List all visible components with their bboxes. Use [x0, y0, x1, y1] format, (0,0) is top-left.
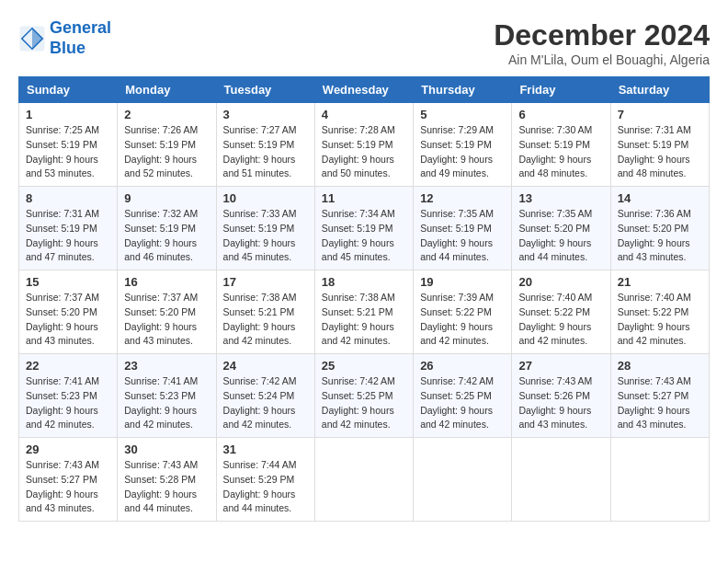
calendar-cell: 3 Sunrise: 7:27 AM Sunset: 5:19 PM Dayli…: [216, 103, 314, 187]
day-info: Sunrise: 7:40 AM Sunset: 5:22 PM Dayligh…: [518, 291, 603, 349]
calendar-cell: [610, 438, 709, 522]
day-info: Sunrise: 7:41 AM Sunset: 5:23 PM Dayligh…: [124, 374, 209, 432]
day-info: Sunrise: 7:29 AM Sunset: 5:19 PM Dayligh…: [420, 123, 505, 181]
day-number: 17: [223, 275, 308, 289]
day-number: 23: [124, 359, 209, 373]
day-info: Sunrise: 7:35 AM Sunset: 5:20 PM Dayligh…: [518, 207, 603, 265]
calendar-cell: 13 Sunrise: 7:35 AM Sunset: 5:20 PM Dayl…: [512, 187, 610, 270]
col-saturday: Saturday: [610, 77, 709, 103]
day-number: 28: [618, 359, 702, 373]
calendar-cell: 28 Sunrise: 7:43 AM Sunset: 5:27 PM Dayl…: [610, 354, 709, 438]
day-info: Sunrise: 7:39 AM Sunset: 5:22 PM Dayligh…: [420, 291, 505, 349]
day-info: Sunrise: 7:35 AM Sunset: 5:19 PM Dayligh…: [420, 207, 505, 265]
day-info: Sunrise: 7:34 AM Sunset: 5:19 PM Dayligh…: [322, 207, 406, 265]
col-thursday: Thursday: [414, 77, 512, 103]
calendar-cell: 25 Sunrise: 7:42 AM Sunset: 5:25 PM Dayl…: [314, 354, 413, 438]
calendar-cell: 10 Sunrise: 7:33 AM Sunset: 5:19 PM Dayl…: [216, 187, 314, 270]
calendar-cell: 21 Sunrise: 7:40 AM Sunset: 5:22 PM Dayl…: [610, 270, 709, 354]
calendar-cell: 8 Sunrise: 7:31 AM Sunset: 5:19 PM Dayli…: [19, 187, 118, 270]
day-number: 11: [322, 191, 406, 205]
page-header: General Blue December 2024 Ain M'Lila, O…: [18, 18, 710, 67]
day-info: Sunrise: 7:33 AM Sunset: 5:19 PM Dayligh…: [223, 207, 308, 265]
day-number: 24: [223, 359, 308, 373]
header-row: Sunday Monday Tuesday Wednesday Thursday…: [19, 77, 710, 103]
week-row-2: 8 Sunrise: 7:31 AM Sunset: 5:19 PM Dayli…: [19, 187, 710, 270]
day-info: Sunrise: 7:25 AM Sunset: 5:19 PM Dayligh…: [26, 123, 110, 181]
calendar-cell: 22 Sunrise: 7:41 AM Sunset: 5:23 PM Dayl…: [19, 354, 118, 438]
calendar-cell: [314, 438, 413, 522]
calendar-cell: 18 Sunrise: 7:38 AM Sunset: 5:21 PM Dayl…: [314, 270, 413, 354]
day-info: Sunrise: 7:42 AM Sunset: 5:25 PM Dayligh…: [322, 374, 406, 432]
calendar-cell: [414, 438, 512, 522]
logo: General Blue: [18, 18, 111, 58]
day-info: Sunrise: 7:31 AM Sunset: 5:19 PM Dayligh…: [26, 207, 110, 265]
day-number: 4: [322, 108, 406, 121]
day-info: Sunrise: 7:40 AM Sunset: 5:22 PM Dayligh…: [618, 291, 702, 349]
day-info: Sunrise: 7:42 AM Sunset: 5:25 PM Dayligh…: [420, 374, 505, 432]
day-number: 2: [124, 108, 209, 121]
calendar-cell: 2 Sunrise: 7:26 AM Sunset: 5:19 PM Dayli…: [118, 103, 216, 187]
calendar-cell: 29 Sunrise: 7:43 AM Sunset: 5:27 PM Dayl…: [19, 438, 118, 522]
day-info: Sunrise: 7:43 AM Sunset: 5:28 PM Dayligh…: [124, 458, 209, 516]
day-number: 10: [223, 191, 308, 205]
day-number: 26: [420, 359, 505, 373]
calendar-cell: 9 Sunrise: 7:32 AM Sunset: 5:19 PM Dayli…: [118, 187, 216, 270]
day-info: Sunrise: 7:43 AM Sunset: 5:26 PM Dayligh…: [518, 374, 603, 432]
col-tuesday: Tuesday: [216, 77, 314, 103]
day-info: Sunrise: 7:44 AM Sunset: 5:29 PM Dayligh…: [223, 458, 308, 516]
day-number: 27: [518, 359, 603, 373]
day-number: 15: [26, 275, 110, 289]
day-info: Sunrise: 7:43 AM Sunset: 5:27 PM Dayligh…: [618, 374, 702, 432]
calendar-cell: 7 Sunrise: 7:31 AM Sunset: 5:19 PM Dayli…: [610, 103, 709, 187]
calendar-cell: 6 Sunrise: 7:30 AM Sunset: 5:19 PM Dayli…: [512, 103, 610, 187]
logo-line2: Blue: [50, 39, 85, 57]
calendar-cell: 20 Sunrise: 7:40 AM Sunset: 5:22 PM Dayl…: [512, 270, 610, 354]
logo-icon: [18, 25, 46, 52]
day-number: 13: [518, 191, 603, 205]
calendar-cell: 26 Sunrise: 7:42 AM Sunset: 5:25 PM Dayl…: [414, 354, 512, 438]
calendar-cell: 23 Sunrise: 7:41 AM Sunset: 5:23 PM Dayl…: [118, 354, 216, 438]
calendar-cell: 30 Sunrise: 7:43 AM Sunset: 5:28 PM Dayl…: [118, 438, 216, 522]
day-info: Sunrise: 7:41 AM Sunset: 5:23 PM Dayligh…: [26, 374, 110, 432]
day-number: 8: [26, 191, 110, 205]
day-number: 21: [618, 275, 702, 289]
day-number: 29: [26, 442, 110, 456]
day-number: 9: [124, 191, 209, 205]
day-number: 12: [420, 191, 505, 205]
day-number: 7: [618, 108, 702, 121]
calendar-cell: 27 Sunrise: 7:43 AM Sunset: 5:26 PM Dayl…: [512, 354, 610, 438]
day-number: 22: [26, 359, 110, 373]
day-number: 20: [518, 275, 603, 289]
col-sunday: Sunday: [19, 77, 118, 103]
day-info: Sunrise: 7:32 AM Sunset: 5:19 PM Dayligh…: [124, 207, 209, 265]
logo-text: General Blue: [50, 18, 111, 58]
col-wednesday: Wednesday: [314, 77, 413, 103]
month-title: December 2024: [494, 18, 710, 52]
calendar-cell: 14 Sunrise: 7:36 AM Sunset: 5:20 PM Dayl…: [610, 187, 709, 270]
day-info: Sunrise: 7:42 AM Sunset: 5:24 PM Dayligh…: [223, 374, 308, 432]
calendar-cell: 24 Sunrise: 7:42 AM Sunset: 5:24 PM Dayl…: [216, 354, 314, 438]
day-number: 30: [124, 442, 209, 456]
calendar-cell: 17 Sunrise: 7:38 AM Sunset: 5:21 PM Dayl…: [216, 270, 314, 354]
day-number: 31: [223, 442, 308, 456]
day-info: Sunrise: 7:30 AM Sunset: 5:19 PM Dayligh…: [518, 123, 603, 181]
calendar-cell: 4 Sunrise: 7:28 AM Sunset: 5:19 PM Dayli…: [314, 103, 413, 187]
title-area: December 2024 Ain M'Lila, Oum el Bouaghi…: [494, 18, 710, 67]
day-info: Sunrise: 7:26 AM Sunset: 5:19 PM Dayligh…: [124, 123, 209, 181]
day-number: 18: [322, 275, 406, 289]
calendar-cell: [512, 438, 610, 522]
week-row-4: 22 Sunrise: 7:41 AM Sunset: 5:23 PM Dayl…: [19, 354, 710, 438]
calendar-table: Sunday Monday Tuesday Wednesday Thursday…: [18, 76, 710, 522]
day-info: Sunrise: 7:27 AM Sunset: 5:19 PM Dayligh…: [223, 123, 308, 181]
col-monday: Monday: [118, 77, 216, 103]
day-info: Sunrise: 7:37 AM Sunset: 5:20 PM Dayligh…: [124, 291, 209, 349]
week-row-5: 29 Sunrise: 7:43 AM Sunset: 5:27 PM Dayl…: [19, 438, 710, 522]
day-number: 19: [420, 275, 505, 289]
day-number: 5: [420, 108, 505, 121]
day-info: Sunrise: 7:43 AM Sunset: 5:27 PM Dayligh…: [26, 458, 110, 516]
day-number: 6: [518, 108, 603, 121]
calendar-cell: 19 Sunrise: 7:39 AM Sunset: 5:22 PM Dayl…: [414, 270, 512, 354]
calendar-cell: 15 Sunrise: 7:37 AM Sunset: 5:20 PM Dayl…: [19, 270, 118, 354]
day-info: Sunrise: 7:28 AM Sunset: 5:19 PM Dayligh…: [322, 123, 406, 181]
day-number: 14: [618, 191, 702, 205]
